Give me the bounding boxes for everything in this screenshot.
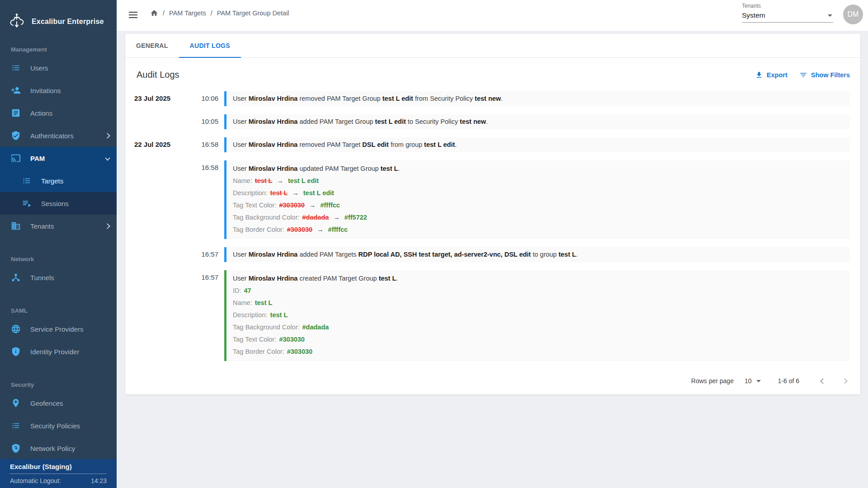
change-label: Description:	[233, 311, 268, 319]
section-label-security: Security	[0, 378, 117, 392]
sidebar-item-identity-provider[interactable]: Identity Provider	[0, 340, 117, 363]
avatar[interactable]: DM	[843, 5, 863, 24]
export-button[interactable]: Export	[755, 71, 788, 79]
menu-icon[interactable]	[129, 12, 137, 18]
log-entry-title: User Miroslav Hrdina added PAM Targets R…	[233, 251, 843, 258]
log-date: 22 Jul 2025	[125, 137, 184, 148]
log-text-segment: Miroslav Hrdina	[249, 165, 298, 172]
log-entry-title: User Miroslav Hrdina removed PAM Target …	[233, 141, 843, 149]
breadcrumb-pam-targets[interactable]: PAM Targets	[169, 9, 206, 17]
sidebar-item-pam[interactable]: PAM	[0, 147, 117, 169]
next-page-button[interactable]	[839, 375, 850, 386]
change-label: Tag Background Color:	[233, 324, 300, 331]
rows-per-page-select[interactable]: 10	[745, 377, 761, 385]
log-entry-card: User Miroslav Hrdina added PAM Target Gr…	[224, 114, 850, 129]
log-time: 10:05	[184, 114, 218, 125]
brand-title: Excalibur Enterprise	[32, 18, 104, 26]
sidebar-item-label: Security Policies	[30, 422, 109, 430]
list-icon	[11, 63, 21, 73]
log-text-segment: to Security Policy	[406, 118, 460, 125]
section-gap	[0, 289, 117, 304]
chevron-left-icon	[820, 378, 826, 384]
chevron-down-icon	[756, 380, 761, 382]
sidebar-item-network-policy[interactable]: Network Policy	[0, 437, 117, 460]
log-text-segment: Miroslav Hrdina	[249, 118, 298, 125]
breadcrumb-separator: /	[211, 9, 212, 17]
log-entry-card: User Miroslav Hrdina updated PAM Target …	[224, 160, 850, 239]
chevron-right-icon	[104, 223, 110, 229]
log-text-segment: test new	[475, 95, 501, 102]
sidebar-item-targets[interactable]: Targets	[0, 169, 117, 192]
environment-name: Excalibur (Staging)	[10, 463, 107, 474]
page-title: Audit Logs	[137, 70, 755, 80]
building-icon	[11, 221, 21, 231]
change-new-value: test L	[255, 299, 273, 306]
section-label-saml: SAML	[0, 304, 117, 318]
article-icon	[11, 108, 21, 118]
log-text-segment: RDP local AD, SSH test target, ad-server…	[359, 251, 531, 258]
log-text-segment: test L edit	[424, 141, 455, 148]
panel-header: Audit Logs Export Show Filters	[137, 70, 850, 80]
arrow-right-icon: →	[277, 177, 283, 184]
shield-info-icon	[11, 347, 21, 357]
sidebar-item-users[interactable]: Users	[0, 56, 117, 79]
change-label: ID:	[233, 287, 241, 294]
hub-icon	[11, 272, 21, 282]
log-text-segment: test new	[460, 118, 486, 125]
audit-log-timeline: 23 Jul 202510:06User Miroslav Hrdina rem…	[125, 91, 860, 361]
log-change-line: Tag Background Color:#dadada	[233, 321, 843, 333]
sidebar-item-security-policies[interactable]: Security Policies	[0, 414, 117, 437]
audit-log-row: 23 Jul 202510:06User Miroslav Hrdina rem…	[125, 91, 860, 106]
arrow-right-icon: →	[317, 226, 324, 233]
pagination-range: 1-6 of 6	[778, 377, 799, 385]
sidebar-item-geofences[interactable]: Geofences	[0, 392, 117, 414]
sidebar-item-label: Authenticators	[30, 132, 96, 140]
chevron-down-icon	[828, 14, 832, 17]
tenant-selected-value: System	[742, 11, 765, 19]
show-filters-button[interactable]: Show Filters	[799, 71, 850, 79]
home-icon[interactable]	[150, 9, 158, 17]
tab-audit-logs[interactable]: AUDIT LOGS	[179, 34, 241, 57]
section-label-management: Management	[0, 43, 117, 56]
log-text-segment: .	[398, 165, 400, 172]
sidebar-item-actions[interactable]: Actions	[0, 102, 117, 124]
sidebar-item-tenants[interactable]: Tenants	[0, 215, 117, 237]
sidebar-item-authenticators[interactable]: Authenticators	[0, 124, 117, 147]
log-time: 16:58	[184, 160, 218, 171]
log-text-segment: test L	[558, 251, 576, 258]
auto-logout-timer: 14:23	[91, 477, 107, 484]
log-date: 23 Jul 2025	[125, 91, 184, 102]
auto-logout-label: Automatic Logout:	[10, 477, 61, 484]
shield-check-icon	[11, 131, 21, 141]
sidebar-item-label: Geofences	[30, 399, 109, 407]
list-icon	[22, 176, 32, 186]
excalibur-logo-icon	[7, 12, 26, 31]
tenant-selector: Tenants System	[742, 3, 833, 23]
change-new-value: test L	[270, 311, 288, 319]
tab-general[interactable]: GENERAL	[125, 34, 179, 57]
chevron-down-icon	[105, 155, 110, 160]
change-new-value: #ffffcc	[328, 226, 348, 233]
previous-page-button[interactable]	[817, 375, 828, 386]
log-text-segment: added PAM Target Group	[297, 118, 375, 125]
log-time: 16:58	[184, 137, 218, 148]
change-old-value: test L	[270, 189, 288, 197]
filter-icon	[799, 71, 807, 79]
log-date	[125, 114, 184, 117]
log-time: 16:57	[184, 247, 218, 258]
log-text-segment: added PAM Targets	[297, 251, 358, 258]
change-new-value: #303030	[279, 336, 304, 343]
screen: Excalibur Enterprise ManagementUsersInvi…	[0, 0, 868, 488]
sidebar-item-tunnels[interactable]: Tunnels	[0, 266, 117, 289]
log-text-segment: removed PAM Target Group	[297, 95, 382, 102]
sidebar-item-invitations[interactable]: Invitations	[0, 79, 117, 102]
sidebar-item-service-providers[interactable]: Service Providers	[0, 318, 117, 340]
sidebar-item-label: Users	[30, 64, 109, 72]
tenant-select[interactable]: System	[742, 9, 833, 23]
list-icon	[11, 421, 21, 431]
sidebar: Excalibur Enterprise ManagementUsersInvi…	[0, 0, 117, 488]
log-text-segment: test L	[381, 165, 398, 172]
globe-icon	[11, 324, 21, 334]
sidebar-item-sessions[interactable]: Sessions	[0, 192, 117, 215]
content-card: GENERAL AUDIT LOGS Audit Logs Export Sho…	[125, 34, 860, 394]
